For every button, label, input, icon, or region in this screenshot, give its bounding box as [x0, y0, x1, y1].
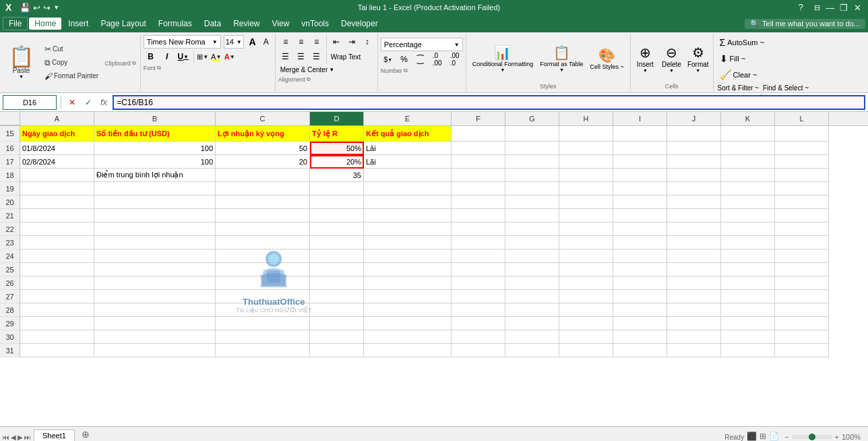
menu-home[interactable]: Home: [29, 18, 61, 30]
cell-j29[interactable]: [667, 317, 721, 330]
cell-c19[interactable]: [216, 182, 310, 196]
comma-btn[interactable]: ⁐: [413, 53, 428, 66]
autosum-btn[interactable]: Σ AutoSum ~: [716, 35, 811, 50]
cell-b28[interactable]: [94, 303, 216, 317]
cell-b16[interactable]: 100: [94, 142, 216, 155]
cell-l29[interactable]: [775, 317, 829, 330]
col-header-i[interactable]: I: [613, 112, 667, 125]
currency-btn[interactable]: $▼: [381, 53, 396, 66]
next-sheet-btn[interactable]: ▶: [18, 434, 23, 441]
col-header-h[interactable]: H: [559, 112, 613, 125]
cell-b17[interactable]: 100: [94, 155, 216, 169]
decrease-decimal[interactable]: .00.0: [447, 53, 463, 66]
cell-l15[interactable]: [775, 126, 829, 142]
cell-e17[interactable]: Lãi: [364, 155, 452, 169]
cell-k15[interactable]: [721, 126, 775, 142]
cell-j22[interactable]: [667, 223, 721, 236]
cell-a31[interactable]: [20, 344, 94, 357]
cell-i30[interactable]: [613, 330, 667, 344]
cell-c29[interactable]: [216, 317, 310, 330]
cell-d24[interactable]: [310, 249, 364, 263]
cell-c17[interactable]: 20: [216, 155, 310, 169]
cell-j20[interactable]: [667, 196, 721, 209]
cell-i16[interactable]: [613, 142, 667, 155]
cell-k28[interactable]: [721, 303, 775, 317]
cell-l25[interactable]: [775, 263, 829, 276]
format-painter-button[interactable]: 🖌 Format Painter: [41, 70, 102, 82]
cell-f31[interactable]: [452, 344, 505, 357]
font-color-btn[interactable]: A ▼: [224, 51, 236, 63]
cell-f25[interactable]: [452, 263, 505, 276]
cell-h15[interactable]: [559, 126, 613, 142]
menu-developer[interactable]: Developer: [336, 18, 383, 30]
cell-l23[interactable]: [775, 236, 829, 249]
cell-i22[interactable]: [613, 223, 667, 236]
cell-f16[interactable]: [452, 142, 505, 155]
cell-f20[interactable]: [452, 196, 505, 209]
cell-g22[interactable]: [505, 223, 559, 236]
cell-j21[interactable]: [667, 209, 721, 223]
cancel-formula-btn[interactable]: ✕: [65, 96, 79, 109]
cell-g25[interactable]: [505, 263, 559, 276]
cell-j30[interactable]: [667, 330, 721, 344]
cell-g24[interactable]: [505, 249, 559, 263]
cell-b29[interactable]: [94, 317, 216, 330]
cell-e30[interactable]: [364, 330, 452, 344]
row-num-21[interactable]: 21: [0, 209, 20, 223]
cell-e20[interactable]: [364, 196, 452, 209]
cell-d29[interactable]: [310, 317, 364, 330]
save-qat-btn[interactable]: 💾: [20, 3, 30, 13]
font-size-dropdown[interactable]: 14 ▼: [224, 35, 244, 49]
cell-h31[interactable]: [559, 344, 613, 357]
page-layout-view-btn[interactable]: ⊞: [760, 432, 766, 441]
cell-d19[interactable]: [310, 182, 364, 196]
cell-e25[interactable]: [364, 263, 452, 276]
underline-btn[interactable]: U▼: [176, 50, 191, 63]
cell-b22[interactable]: [94, 223, 216, 236]
row-num-28[interactable]: 28: [0, 303, 20, 317]
borders-btn[interactable]: ⊞▼: [197, 51, 209, 63]
cell-a15[interactable]: Ngày giao dịch: [20, 126, 94, 142]
cell-k20[interactable]: [721, 196, 775, 209]
row-num-27[interactable]: 27: [0, 290, 20, 303]
cell-k29[interactable]: [721, 317, 775, 330]
cell-c18[interactable]: [216, 169, 310, 182]
cell-k31[interactable]: [721, 344, 775, 357]
cell-e31[interactable]: [364, 344, 452, 357]
cell-j31[interactable]: [667, 344, 721, 357]
align-top-center[interactable]: ≡: [294, 35, 309, 49]
row-num-23[interactable]: 23: [0, 236, 20, 249]
cell-h27[interactable]: [559, 290, 613, 303]
cell-a30[interactable]: [20, 330, 94, 344]
row-num-19[interactable]: 19: [0, 182, 20, 196]
cell-b15[interactable]: Số tiền đầu tư (USD): [94, 126, 216, 142]
cell-e19[interactable]: [364, 182, 452, 196]
row-num-15[interactable]: 15: [0, 126, 20, 142]
cell-e27[interactable]: [364, 290, 452, 303]
row-num-24[interactable]: 24: [0, 249, 20, 263]
cell-k17[interactable]: [721, 155, 775, 169]
cell-a27[interactable]: [20, 290, 94, 303]
percent-btn[interactable]: %: [397, 53, 412, 66]
col-header-j[interactable]: J: [667, 112, 721, 125]
cell-a26[interactable]: [20, 276, 94, 290]
cell-h17[interactable]: [559, 155, 613, 169]
cell-j16[interactable]: [667, 142, 721, 155]
cell-d30[interactable]: [310, 330, 364, 344]
cell-d17[interactable]: 20%: [310, 155, 364, 169]
cell-j18[interactable]: [667, 169, 721, 182]
cell-c22[interactable]: [216, 223, 310, 236]
qat-dropdown[interactable]: ▼: [53, 4, 59, 11]
prev-sheet-btn[interactable]: ◀: [11, 434, 16, 441]
col-header-d[interactable]: D: [310, 112, 364, 125]
cell-d26[interactable]: [310, 276, 364, 290]
cell-a23[interactable]: [20, 236, 94, 249]
menu-review[interactable]: Review: [228, 18, 265, 30]
conditional-formatting-btn[interactable]: 📊 Conditional Formatting ▼: [470, 39, 536, 78]
italic-btn[interactable]: I: [160, 50, 175, 63]
cell-b21[interactable]: [94, 209, 216, 223]
cell-g27[interactable]: [505, 290, 559, 303]
cell-i20[interactable]: [613, 196, 667, 209]
cell-k24[interactable]: [721, 249, 775, 263]
cell-i24[interactable]: [613, 249, 667, 263]
